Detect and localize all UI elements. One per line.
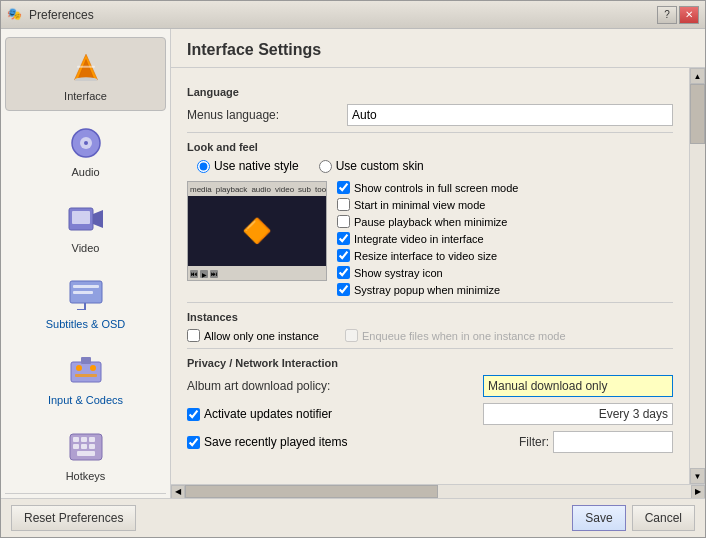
reset-preferences-button[interactable]: Reset Preferences xyxy=(11,505,136,531)
scroll-thumb[interactable] xyxy=(690,84,705,144)
h-scroll-thumb[interactable] xyxy=(185,485,438,498)
minimal-view-checkbox[interactable] xyxy=(337,198,350,211)
preview-menubar: media playback audio video sub tools xyxy=(188,182,326,196)
video-label: Video xyxy=(72,242,100,254)
enqueue-checkbox[interactable] xyxy=(345,329,358,342)
fullscreen-controls-checkbox[interactable] xyxy=(337,181,350,194)
audio-icon xyxy=(65,122,107,164)
vertical-scrollbar[interactable]: ▲ ▼ xyxy=(689,68,705,484)
prev-btn: ⏮ xyxy=(190,270,198,278)
subtitles-label: Subtitles & OSD xyxy=(46,318,125,330)
help-button[interactable]: ? xyxy=(657,6,677,24)
svg-rect-11 xyxy=(73,285,99,288)
sidebar-item-input[interactable]: Input & Codecs xyxy=(5,341,166,415)
native-style-radio[interactable] xyxy=(197,160,210,173)
integrate-video-checkbox[interactable] xyxy=(337,232,350,245)
custom-skin-option[interactable]: Use custom skin xyxy=(319,159,424,173)
album-art-dropdown[interactable]: Manual download only xyxy=(483,375,673,397)
window-icon: 🎭 xyxy=(7,7,23,23)
album-art-value: Manual download only xyxy=(488,379,607,393)
scroll-left-button[interactable]: ◀ xyxy=(171,485,185,499)
svg-point-6 xyxy=(84,141,88,145)
systray-checkbox[interactable] xyxy=(337,266,350,279)
custom-skin-label: Use custom skin xyxy=(336,159,424,173)
save-button[interactable]: Save xyxy=(572,505,625,531)
systray-row: Show systray icon xyxy=(337,266,673,279)
updates-row: Activate updates notifier Every 3 days xyxy=(187,403,673,425)
svg-rect-25 xyxy=(77,451,95,456)
menus-language-input[interactable] xyxy=(347,104,673,126)
svg-point-14 xyxy=(76,365,82,371)
scroll-track xyxy=(690,84,705,468)
content-area: Interface Audio xyxy=(1,29,705,498)
scroll-right-button[interactable]: ▶ xyxy=(691,485,705,499)
sidebar-item-subtitles[interactable]: Subtitles & OSD xyxy=(5,265,166,339)
integrate-video-label: Integrate video in interface xyxy=(354,233,484,245)
sidebar-item-audio[interactable]: Audio xyxy=(5,113,166,187)
vlc-cone-icon: 🔶 xyxy=(242,217,272,245)
svg-rect-24 xyxy=(89,444,95,449)
audio-label: Audio xyxy=(71,166,99,178)
save-recently-checkbox[interactable] xyxy=(187,436,200,449)
native-style-option[interactable]: Use native style xyxy=(197,159,299,173)
interface-label: Interface xyxy=(64,90,107,102)
play-btn: ▶ xyxy=(200,270,208,278)
svg-rect-12 xyxy=(73,291,93,294)
next-btn: ⏭ xyxy=(210,270,218,278)
one-instance-checkbox[interactable] xyxy=(187,329,200,342)
album-art-label: Album art download policy: xyxy=(187,379,483,393)
integrate-video-row: Integrate video in interface xyxy=(337,232,673,245)
cancel-button[interactable]: Cancel xyxy=(632,505,695,531)
interface-icon xyxy=(65,46,107,88)
minimal-view-row: Start in minimal view mode xyxy=(337,198,673,211)
preferences-window: 🎭 Preferences ? ✕ Interface xyxy=(0,0,706,538)
instances-section-label: Instances xyxy=(187,311,673,323)
main-panel: Interface Settings Language Menus langua… xyxy=(171,29,705,498)
native-style-label: Use native style xyxy=(214,159,299,173)
save-recently-row: Save recently played items Filter: xyxy=(187,431,673,453)
instances-row: Allow only one instance Enqueue files wh… xyxy=(187,329,673,342)
pause-minimize-row: Pause playback when minimize xyxy=(337,215,673,228)
window-title: Preferences xyxy=(29,8,657,22)
fullscreen-controls-row: Show controls in full screen mode xyxy=(337,181,673,194)
enqueue-label: Enqueue files when in one instance mode xyxy=(362,330,566,342)
subtitles-icon xyxy=(65,274,107,316)
svg-rect-21 xyxy=(89,437,95,442)
menus-language-label: Menus language: xyxy=(187,108,347,122)
sidebar-item-video[interactable]: Video xyxy=(5,189,166,263)
horizontal-scrollbar[interactable]: ◀ ▶ xyxy=(171,484,705,498)
sidebar: Interface Audio xyxy=(1,29,171,498)
resize-interface-checkbox[interactable] xyxy=(337,249,350,262)
input-icon xyxy=(65,350,107,392)
pause-minimize-checkbox[interactable] xyxy=(337,215,350,228)
updates-label-area: Activate updates notifier xyxy=(187,407,483,421)
systray-popup-checkbox[interactable] xyxy=(337,283,350,296)
one-instance-row: Allow only one instance xyxy=(187,329,319,342)
menus-language-row: Menus language: xyxy=(187,104,673,126)
preview-video: 🔶 xyxy=(188,196,326,266)
enqueue-row: Enqueue files when in one instance mode xyxy=(345,329,566,342)
one-instance-label: Allow only one instance xyxy=(204,330,319,342)
separator-1 xyxy=(187,132,673,133)
sidebar-item-interface[interactable]: Interface xyxy=(5,37,166,111)
scroll-up-button[interactable]: ▲ xyxy=(690,68,705,84)
custom-skin-radio[interactable] xyxy=(319,160,332,173)
scroll-down-button[interactable]: ▼ xyxy=(690,468,705,484)
style-radio-options: Use native style Use custom skin xyxy=(197,159,673,173)
hotkeys-icon xyxy=(65,426,107,468)
separator-2 xyxy=(187,302,673,303)
preview-area: media playback audio video sub tools 🔶 xyxy=(187,181,673,296)
updates-freq-display: Every 3 days xyxy=(483,403,673,425)
svg-rect-22 xyxy=(73,444,79,449)
sidebar-item-hotkeys[interactable]: Hotkeys xyxy=(5,417,166,491)
svg-marker-8 xyxy=(93,210,103,228)
main-content-with-scroll: Language Menus language: Look and feel U… xyxy=(171,68,705,484)
close-button[interactable]: ✕ xyxy=(679,6,699,24)
svg-rect-17 xyxy=(81,357,91,364)
privacy-section-label: Privacy / Network Interaction xyxy=(187,357,673,369)
filter-input[interactable] xyxy=(553,431,673,453)
svg-rect-3 xyxy=(77,66,95,68)
action-buttons: Save Cancel xyxy=(572,505,695,531)
updates-checkbox[interactable] xyxy=(187,408,200,421)
systray-label: Show systray icon xyxy=(354,267,443,279)
